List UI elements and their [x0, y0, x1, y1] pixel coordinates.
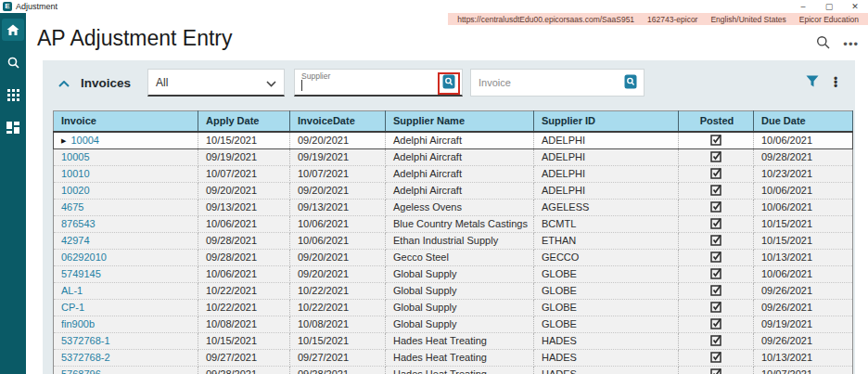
cell-supplier-name: Global Supply — [386, 282, 534, 299]
cell-invoice-date: 10/07/2021 — [290, 165, 386, 182]
cell-posted — [679, 182, 754, 199]
cell-apply-date: 10/22/2021 — [198, 282, 290, 299]
invoice-row[interactable]: 1000509/19/202109/19/2021Adelphi Aircraf… — [54, 148, 853, 165]
invoice-link[interactable]: 5372768-1 — [61, 335, 110, 346]
invoice-row[interactable]: fin900b10/08/202110/08/2021Global Supply… — [54, 316, 853, 332]
invoice-row[interactable]: 0629201009/28/202109/20/2021Gecco SteelG… — [54, 249, 853, 265]
invoice-link[interactable]: 06292010 — [61, 251, 107, 263]
invoice-row[interactable]: 4297409/28/202110/06/2021Ethan Industria… — [54, 232, 853, 249]
posted-checkbox-icon — [710, 317, 722, 331]
page-search-icon[interactable] — [816, 35, 830, 53]
invoice-row[interactable]: 87654310/06/202110/06/2021Blue Country M… — [54, 215, 853, 232]
invoice-link[interactable]: 876543 — [61, 218, 96, 229]
posted-checkbox-icon — [710, 150, 722, 164]
posted-checkbox-icon — [710, 200, 722, 214]
cell-due-date: 09/19/2021 — [754, 316, 853, 332]
column-header-supplier-name[interactable]: Supplier Name — [386, 111, 534, 132]
cell-due-date: 10/06/2021 — [754, 265, 853, 282]
sidebar-item-home[interactable] — [2, 19, 24, 41]
cell-posted — [679, 349, 754, 366]
sidebar-item-apps[interactable] — [2, 84, 24, 106]
invoice-row[interactable]: CP-110/22/202110/22/2021Global SupplyGLO… — [54, 299, 853, 316]
supplier-search-field[interactable]: Supplier — [294, 69, 463, 97]
grid-filter-icon[interactable] — [806, 74, 819, 91]
invoice-row[interactable]: 467509/13/202109/13/2021Ageless OvensAGE… — [54, 199, 853, 215]
invoice-link[interactable]: 10010 — [61, 168, 90, 179]
invoice-row[interactable]: 1002009/20/202109/20/2021Adelphi Aircraf… — [54, 182, 853, 199]
invoice-link[interactable]: CP-1 — [61, 302, 84, 313]
cell-supplier-id: GLOBE — [534, 316, 679, 332]
invoice-row[interactable]: 5372768-110/15/202110/15/2021Hades Heat … — [54, 332, 853, 349]
cell-invoice: 876543 — [54, 215, 198, 232]
cell-supplier-name: Ageless Ovens — [386, 199, 534, 215]
minimize-button[interactable]: – — [790, 0, 816, 13]
close-button[interactable]: ✕ — [842, 0, 868, 13]
cell-due-date: 09/28/2021 — [754, 148, 853, 165]
invoice-row[interactable]: 574914510/06/202109/20/2021Global Supply… — [54, 265, 853, 282]
invoice-row[interactable]: 576879609/28/202109/28/2021Hades Heat Tr… — [54, 366, 853, 374]
cell-invoice: 5749145 — [54, 265, 198, 282]
sidebar-item-dashboard[interactable] — [2, 116, 24, 138]
invoice-link[interactable]: 10005 — [61, 151, 90, 162]
invoice-filter-dropdown[interactable]: All — [147, 69, 285, 97]
maximize-button[interactable]: ▢ — [816, 0, 842, 13]
collapse-panel-chevron-up-icon[interactable] — [58, 74, 70, 91]
invoice-link[interactable]: 10004 — [70, 135, 99, 146]
posted-checkbox-icon — [710, 267, 722, 281]
invoice-link[interactable]: fin900b — [61, 318, 95, 329]
invoice-link[interactable]: 5749145 — [61, 268, 101, 279]
sidebar-item-search[interactable] — [2, 51, 24, 73]
invoice-row[interactable]: 1001010/07/202110/07/2021Adelphi Aircraf… — [54, 165, 853, 182]
cell-posted — [679, 232, 754, 249]
cell-invoice-date: 09/20/2021 — [290, 182, 386, 199]
posted-checkbox-icon — [710, 234, 722, 248]
cell-invoice-date: 09/20/2021 — [290, 265, 386, 282]
invoice-row[interactable]: ▶1000410/15/202109/20/2021Adelphi Aircra… — [54, 132, 853, 149]
cell-supplier-name: Adelphi Aircraft — [386, 165, 534, 182]
cell-apply-date: 10/06/2021 — [198, 265, 290, 282]
cell-supplier-id: HADES — [534, 349, 679, 366]
column-header-posted[interactable]: Posted — [679, 111, 754, 132]
cell-supplier-name: Hades Heat Treating — [386, 349, 534, 366]
invoice-link[interactable]: 5768796 — [61, 368, 101, 374]
column-header-due-date[interactable]: Due Date — [754, 111, 853, 132]
cell-due-date: 10/07/2021 — [754, 366, 853, 374]
environment-name: Epicor Education — [799, 15, 859, 24]
invoice-link[interactable]: 4675 — [61, 201, 83, 213]
invoice-lookup-button[interactable] — [621, 74, 640, 93]
column-header-invoicedate[interactable]: InvoiceDate — [290, 111, 386, 132]
epicor-logo-icon: E — [3, 2, 12, 11]
chevron-down-icon — [266, 74, 276, 91]
cell-supplier-name: Global Supply — [386, 265, 534, 282]
invoice-link[interactable]: 10020 — [61, 185, 90, 196]
page-overflow-menu-icon[interactable]: ••• — [843, 40, 859, 49]
cell-due-date: 09/26/2021 — [754, 299, 853, 316]
grid-overflow-menu-icon[interactable]: ••• — [834, 77, 837, 88]
cell-supplier-id: ADELPHI — [534, 165, 679, 182]
invoice-link[interactable]: AL-1 — [61, 285, 83, 296]
cell-apply-date: 10/15/2021 — [198, 332, 290, 349]
cell-posted — [679, 265, 754, 282]
invoice-row[interactable]: AL-110/22/202110/22/2021Global SupplyGLO… — [54, 282, 853, 299]
invoice-link[interactable]: 42974 — [61, 235, 90, 246]
cell-posted — [679, 165, 754, 182]
cell-due-date: 10/23/2021 — [754, 165, 853, 182]
cell-invoice-date: 10/06/2021 — [290, 232, 386, 249]
invoice-field-placeholder: Invoice — [479, 77, 511, 88]
apps-grid-icon — [7, 89, 19, 101]
cell-invoice: CP-1 — [54, 299, 198, 316]
cell-invoice: 10010 — [54, 165, 198, 182]
invoice-link[interactable]: 5372768-2 — [61, 352, 110, 363]
supplier-lookup-button[interactable] — [438, 72, 460, 95]
cell-due-date: 10/06/2021 — [754, 182, 853, 199]
column-header-supplier-id[interactable]: Supplier ID — [534, 111, 679, 132]
cell-supplier-name: Global Supply — [386, 316, 534, 332]
column-header-apply-date[interactable]: Apply Date — [198, 111, 290, 132]
column-header-invoice[interactable]: Invoice — [54, 111, 198, 132]
cell-apply-date: 09/19/2021 — [198, 148, 290, 165]
invoice-search-field[interactable]: Invoice — [470, 69, 645, 97]
cell-invoice-date: 09/19/2021 — [290, 148, 386, 165]
invoice-row[interactable]: 5372768-209/27/202109/27/2021Hades Heat … — [54, 349, 853, 366]
invoices-grid: InvoiceApply DateInvoiceDateSupplier Nam… — [53, 110, 853, 374]
cell-invoice: 10020 — [54, 182, 198, 199]
